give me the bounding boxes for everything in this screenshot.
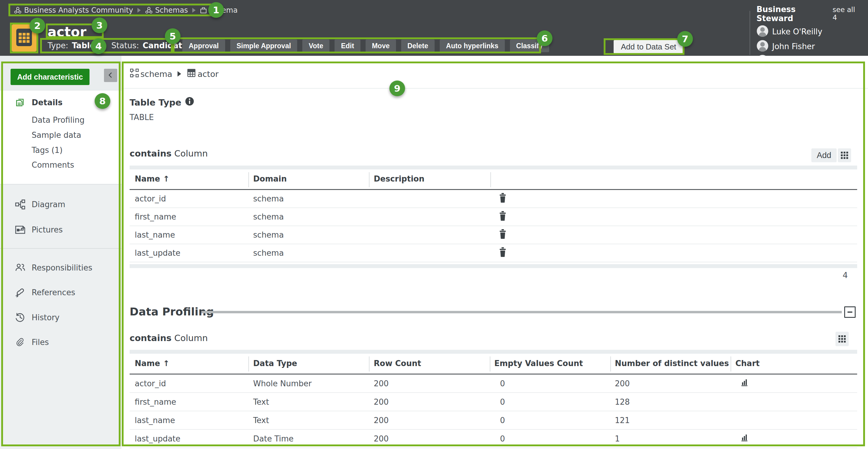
delete-row-icon[interactable] (499, 211, 507, 222)
cell-empty-values: 0 (500, 397, 505, 407)
section-rule (201, 311, 842, 313)
sidebar-item-label: Data Profiling (32, 116, 84, 124)
column-header-chart[interactable]: Chart (735, 359, 760, 368)
steward-user[interactable]: John Fisher (756, 40, 865, 53)
table-grid-view-icon[interactable] (838, 148, 851, 162)
steward-user[interactable]: Luke O'Reilly (756, 26, 865, 38)
add-to-data-set-button[interactable]: Add to Data Set (614, 40, 684, 53)
table-grid-view-icon[interactable] (835, 332, 849, 346)
column-header-name[interactable]: Name↑ (135, 359, 170, 368)
auto-hyperlinks-button[interactable]: Auto hyperlinks (440, 39, 505, 52)
status-label: Status: (112, 41, 139, 50)
edit-button[interactable]: Edit (335, 39, 360, 52)
breadcrumb-label: schema (141, 69, 172, 79)
cell-row-count: 200 (374, 416, 389, 425)
page-title: actor (48, 24, 87, 39)
table-toolbar-band (130, 166, 857, 170)
sidebar-item-sample-data[interactable]: Sample data (0, 127, 121, 143)
sidebar-item-responsibilities[interactable]: Responsibilities (0, 260, 121, 275)
table-asset-icon (16, 28, 33, 48)
cell-data-type: Date Time (253, 434, 293, 443)
approval-button[interactable]: Approval (182, 39, 225, 52)
breadcrumb-item-actor[interactable]: actor (187, 68, 218, 80)
domain-icon (200, 7, 207, 14)
column-header-empty-values[interactable]: Empty Values Count (494, 359, 583, 368)
steward-user-name: John Fisher (772, 42, 815, 51)
sidebar-collapse-button[interactable] (104, 69, 117, 82)
vote-button[interactable]: Vote (302, 39, 330, 52)
cell-distinct-values: 128 (615, 397, 630, 407)
breadcrumb-label: actor (197, 69, 218, 79)
delete-row-icon[interactable] (499, 247, 507, 259)
column-header-data-type[interactable]: Data Type (253, 359, 297, 368)
column-header-description[interactable]: Description (374, 174, 424, 183)
sidebar-item-label: Details (32, 98, 63, 107)
sidebar-item-tags[interactable]: Tags (1) (0, 143, 121, 158)
breadcrumb-item-community[interactable]: Business Analysts Community (14, 6, 133, 14)
sidebar-item-label: Tags (1) (32, 146, 63, 155)
sidebar-item-pictures[interactable]: Pictures (0, 222, 121, 237)
collapse-section-icon[interactable] (844, 306, 856, 318)
move-button[interactable]: Move (366, 39, 396, 52)
action-toolbar: Approval Simple Approval Vote Edit Move … (182, 39, 549, 52)
breadcrumb-item-schema[interactable]: schema (200, 6, 238, 14)
table-row: last_update schema (130, 244, 857, 262)
bar-chart-icon[interactable] (741, 434, 748, 444)
column-header-distinct-values[interactable]: Number of distinct values (615, 359, 729, 368)
cell-domain: schema (253, 212, 284, 221)
breadcrumb-item-schemas[interactable]: Schemas (145, 6, 188, 14)
breadcrumb-arrow-icon (192, 8, 195, 13)
cell-distinct-values: 200 (615, 379, 630, 388)
delete-button[interactable]: Delete (401, 39, 435, 52)
people-icon (14, 262, 26, 273)
sidebar: Add characteristic Details Data Profilin… (0, 56, 121, 449)
cell-domain: schema (253, 194, 284, 203)
sidebar-item-diagram[interactable]: Diagram (0, 197, 121, 212)
delete-row-icon[interactable] (499, 193, 507, 205)
table-row: last_update Date Time 200 0 1 (130, 430, 857, 448)
add-column-button[interactable]: Add (811, 148, 837, 162)
cell-name: actor_id (135, 379, 166, 388)
sidebar-item-label: Responsibilities (32, 263, 92, 272)
cell-distinct-values: 1 (615, 434, 620, 443)
cell-name: first_name (135, 212, 176, 221)
classify-button[interactable]: Classify (510, 39, 549, 52)
columns-table-header: Name↑ Domain Description (130, 171, 857, 189)
sidebar-item-details[interactable]: Details (0, 95, 121, 110)
steward-title: Business Steward (756, 5, 833, 23)
sidebar-item-label: History (32, 313, 60, 322)
simple-approval-button[interactable]: Simple Approval (230, 39, 298, 52)
sidebar-item-history[interactable]: History (0, 310, 121, 325)
sidebar-item-files[interactable]: Files (0, 335, 121, 350)
cell-domain: schema (253, 230, 284, 239)
diagram-icon (14, 199, 26, 210)
steward-user-name: Luke O'Reilly (772, 27, 822, 36)
sidebar-item-comments[interactable]: Comments (0, 157, 121, 173)
column-separator (610, 356, 611, 371)
sidebar-item-references[interactable]: References (0, 285, 121, 300)
sidebar-group-visuals: Diagram Pictures (0, 184, 121, 249)
see-all-link[interactable]: see all 4 (833, 6, 861, 22)
bar-chart-icon[interactable] (741, 379, 748, 388)
add-characteristic-button[interactable]: Add characteristic (10, 69, 90, 85)
sidebar-item-label: Sample data (32, 130, 81, 140)
sort-asc-icon: ↑ (163, 359, 170, 368)
sidebar-item-data-profiling[interactable]: Data Profiling (0, 113, 121, 127)
column-header-name[interactable]: Name↑ (135, 174, 170, 183)
column-header-domain[interactable]: Domain (253, 174, 287, 183)
table-row: first_name Text 200 0 128 (130, 393, 857, 411)
column-header-row-count[interactable]: Row Count (374, 359, 421, 368)
breadcrumb-item-schema[interactable]: schema (130, 68, 172, 80)
type-label: Type: (48, 41, 68, 50)
breadcrumb-label: schema (210, 6, 238, 14)
breadcrumb-label: Schemas (155, 6, 188, 14)
cell-name: last_name (135, 416, 175, 425)
info-icon[interactable] (185, 97, 194, 108)
divider (121, 88, 868, 89)
sidebar-toolbar: Add characteristic (0, 56, 121, 90)
cell-name: first_name (135, 397, 176, 407)
details-icon (14, 97, 26, 108)
asset-type-tile (11, 24, 37, 52)
avatar (756, 40, 769, 53)
delete-row-icon[interactable] (499, 229, 507, 241)
